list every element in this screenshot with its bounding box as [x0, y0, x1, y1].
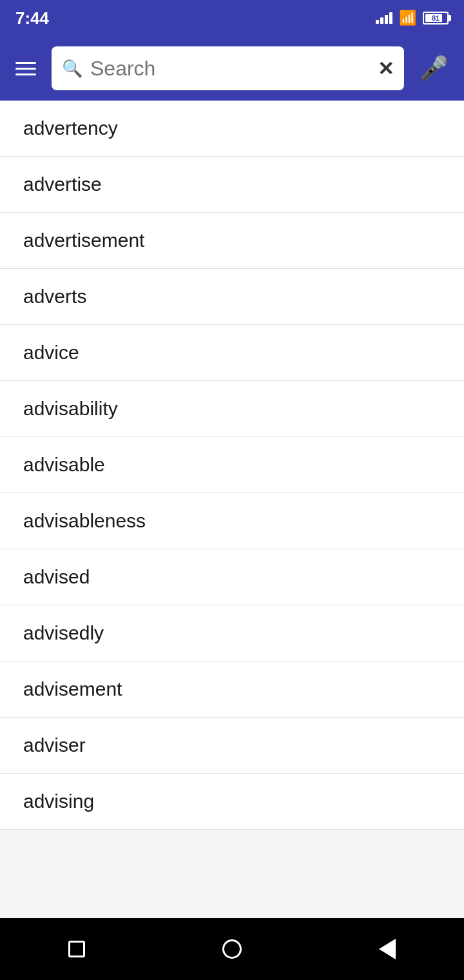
- list-item[interactable]: advertise: [0, 157, 464, 213]
- toolbar: 🔍 ✕ 🎤: [0, 36, 464, 101]
- battery-icon: 81: [423, 12, 449, 24]
- list-item[interactable]: advisableness: [0, 493, 464, 549]
- list-item[interactable]: advice: [0, 325, 464, 381]
- search-icon: 🔍: [62, 59, 82, 79]
- stop-icon: [68, 941, 85, 957]
- search-bar[interactable]: 🔍 ✕: [52, 46, 404, 90]
- search-input[interactable]: [90, 57, 370, 81]
- wifi-icon: 📶: [399, 10, 416, 26]
- back-button[interactable]: [369, 928, 406, 970]
- home-button[interactable]: [212, 929, 252, 969]
- voice-button[interactable]: 🎤: [414, 50, 454, 87]
- list-item[interactable]: advisedly: [0, 605, 464, 662]
- home-icon: [222, 939, 242, 959]
- list-item[interactable]: advised: [0, 549, 464, 605]
- list-item[interactable]: advisement: [0, 662, 464, 718]
- status-bar-time: 7:44: [15, 8, 49, 28]
- list-item[interactable]: advertency: [0, 101, 464, 157]
- list-item[interactable]: adverts: [0, 269, 464, 325]
- list-item[interactable]: advisable: [0, 437, 464, 493]
- back-icon: [379, 939, 396, 959]
- signal-icon: [376, 12, 392, 24]
- list-item[interactable]: advertisement: [0, 213, 464, 269]
- list-item[interactable]: adviser: [0, 718, 464, 774]
- bottom-nav: [0, 918, 464, 980]
- list-item[interactable]: advisability: [0, 381, 464, 437]
- menu-button[interactable]: [10, 57, 41, 81]
- word-list: advertencyadvertiseadvertisementadvertsa…: [0, 101, 464, 918]
- list-item[interactable]: advising: [0, 774, 464, 830]
- status-bar-icons: 📶 81: [376, 10, 449, 26]
- status-bar: 7:44 📶 81: [0, 0, 464, 36]
- stop-button[interactable]: [58, 930, 95, 968]
- clear-button[interactable]: ✕: [378, 57, 394, 80]
